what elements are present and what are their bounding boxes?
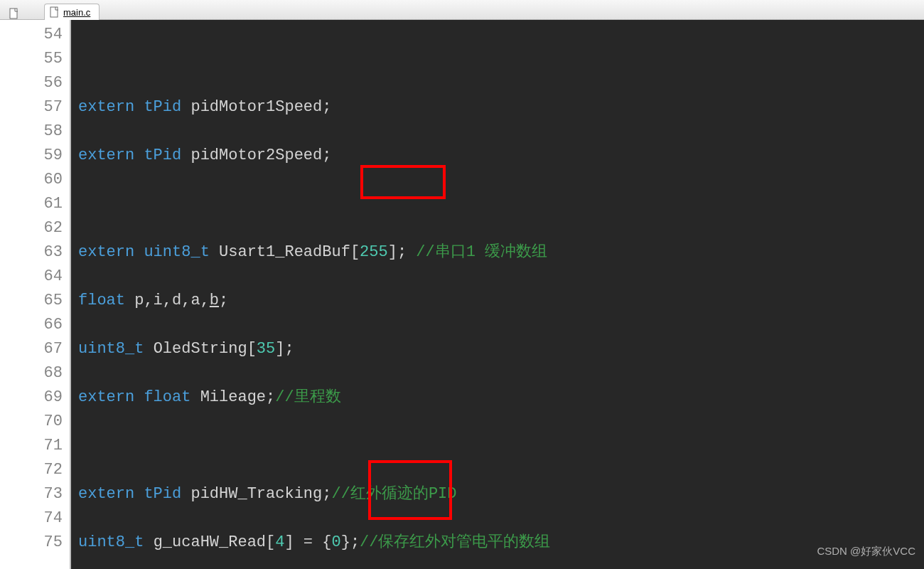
code-line: extern tPid pidMotor2Speed; bbox=[78, 144, 924, 168]
code-line: extern tPid pidMotor1Speed; bbox=[78, 95, 924, 119]
line-number: 68 bbox=[0, 361, 63, 385]
line-number: 55 bbox=[0, 47, 63, 71]
line-number: 73 bbox=[0, 482, 63, 506]
code-area[interactable]: extern tPid pidMotor1Speed; extern tPid … bbox=[71, 20, 924, 569]
code-line bbox=[78, 47, 924, 71]
code-line: extern float Mileage;//里程数 bbox=[78, 385, 924, 410]
line-number: 66 bbox=[0, 313, 63, 337]
line-number: 62 bbox=[0, 216, 63, 240]
line-number: 67 bbox=[0, 337, 63, 361]
tab-main-c[interactable]: main.c bbox=[44, 4, 100, 20]
tab-label: main.c bbox=[63, 7, 90, 18]
line-number: 54 bbox=[0, 23, 63, 47]
line-number: 75 bbox=[0, 531, 63, 555]
line-number: 59 bbox=[0, 144, 63, 168]
svg-rect-0 bbox=[10, 9, 17, 18]
line-number: 61 bbox=[0, 192, 63, 216]
code-line bbox=[78, 192, 924, 216]
line-number: 56 bbox=[0, 71, 63, 95]
line-number: 58 bbox=[0, 119, 63, 144]
line-number: 71 bbox=[0, 434, 63, 458]
file-icon bbox=[9, 8, 20, 19]
line-number: 72 bbox=[0, 458, 63, 482]
watermark: CSDN @好家伙VCC bbox=[817, 539, 915, 563]
code-line: extern uint8_t Usart1_ReadBuf[255]; //串口… bbox=[78, 240, 924, 265]
code-line: extern tPid pidHW_Tracking;//红外循迹的PID bbox=[78, 482, 924, 506]
code-line: uint8_t OledString[35]; bbox=[78, 337, 924, 361]
editor: 54 55 56 57 58 59 60 61 62 63 64 65 66 6… bbox=[0, 20, 924, 569]
line-number: 69 bbox=[0, 385, 63, 410]
line-number: 65 bbox=[0, 289, 63, 313]
tab-bar: main.c bbox=[0, 0, 924, 20]
line-number: 74 bbox=[0, 506, 63, 531]
line-number: 57 bbox=[0, 95, 63, 119]
code-line: uint8_t g_ucaHW_Read[4] = {0};//保存红外对管电平… bbox=[78, 531, 924, 555]
line-number: 64 bbox=[0, 265, 63, 289]
code-line bbox=[78, 434, 924, 458]
line-number-gutter: 54 55 56 57 58 59 60 61 62 63 64 65 66 6… bbox=[0, 20, 71, 569]
line-number: 63 bbox=[0, 240, 63, 265]
svg-rect-1 bbox=[50, 7, 58, 17]
line-number: 60 bbox=[0, 168, 63, 192]
line-number: 70 bbox=[0, 410, 63, 434]
file-icon bbox=[49, 6, 60, 18]
code-line: float p,i,d,a,b; bbox=[78, 289, 924, 313]
